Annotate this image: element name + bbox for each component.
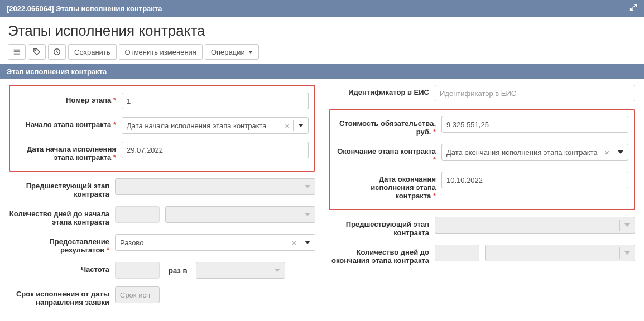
days-end-type-select [485,245,635,261]
svg-point-0 [35,50,36,51]
chevron-down-icon [300,181,310,192]
chevron-down-icon [619,247,630,259]
freq-number-input [115,262,160,279]
clear-icon[interactable]: × [281,121,293,130]
field-exec-start-date: Дата начала исполнения этапа контракта * [16,142,309,162]
required-mark: * [433,192,436,200]
chevron-down-icon [248,51,253,54]
required-mark: * [113,120,116,129]
label-deadline: Срок исполнения от даты направления заяв… [16,290,109,307]
required-mark: * [433,128,436,136]
field-deadline: Срок исполнения от даты направления заяв… [9,286,315,307]
clear-icon[interactable]: × [601,148,613,157]
select-value: Дата окончания исполнения этапа контракт… [446,148,601,157]
deadline-input[interactable] [115,286,160,303]
field-exec-end-date: Дата окончания исполнения этапа контракт… [335,172,628,200]
left-column: Номер этапа * Начало этапа контракта * Д… [9,85,315,314]
chevron-down-icon [619,220,630,231]
contract-end-select[interactable]: Дата окончания исполнения этапа контракт… [441,144,628,160]
field-days-to-end: Количество дней до окончания этапа контр… [329,245,635,265]
left-highlight-group: Номер этапа * Начало этапа контракта * Д… [9,85,315,172]
provision-select[interactable]: Разово × [115,234,315,251]
days-end-number-input [435,245,479,261]
chevron-down-icon [270,265,280,276]
required-mark: * [113,96,116,104]
field-days-to-start: Количество дней до начала этапа контракт… [9,206,315,226]
save-button[interactable]: Сохранить [68,44,117,60]
tag-button[interactable] [28,44,46,60]
label-obligation-cost: Стоимость обязательства, руб. [339,119,436,136]
clock-icon [53,48,61,56]
history-button[interactable] [48,44,66,60]
label-prev-stage-r: Предшествующий этап контракта [346,220,429,237]
toolbar: Сохранить Отменить изменения Операции [8,44,636,60]
label-days-to-end: Количество дней до окончания этапа контр… [331,248,429,265]
exec-start-date-input[interactable] [122,142,309,158]
label-provision: Предоставление результатов [49,237,109,254]
required-mark: * [433,155,436,164]
label-eis-id: Идентификатор в ЕИС [348,88,429,96]
menu-button[interactable] [8,44,26,60]
label-stage-number: Номер этапа [66,96,111,104]
label-exec-start-date: Дата начала исполнения этапа контракта [27,145,116,162]
freq-mid-label: раз в [165,266,190,275]
label-days-to-start: Количество дней до начала этапа контракт… [9,210,109,226]
select-value: Дата начала исполнения этапа контракта [127,121,281,130]
label-contract-start: Начало этапа контракта [26,120,112,129]
cancel-button[interactable]: Отменить изменения [119,44,203,60]
window-header: [2022.066064] Этапы исполнения контракта [0,0,644,17]
page-title: Этапы исполнения контракта [8,22,636,40]
freq-unit-select [196,262,285,279]
form-area: Номер этапа * Начало этапа контракта * Д… [0,79,644,321]
expand-icon[interactable] [629,3,637,13]
field-prev-stage-r: Предшествующий этап контракта [329,217,635,237]
chevron-down-icon [300,209,310,220]
exec-end-date-input[interactable] [441,172,628,188]
right-highlight-group: Стоимость обязательства, руб. * Окончани… [329,109,635,210]
field-stage-number: Номер этапа * [16,93,309,109]
label-contract-end: Окончание этапа контракта [337,147,436,155]
prev-stage-select[interactable] [115,178,315,195]
field-eis-id: Идентификатор в ЕИС [329,85,635,101]
label-prev-stage: Предшествующий этап контракта [26,182,109,198]
days-type-select [165,206,315,223]
stage-number-input[interactable] [122,93,309,109]
field-frequency: Частота раз в [9,262,315,279]
menu-icon [13,48,21,56]
field-contract-start: Начало этапа контракта * Дата начала исп… [16,117,309,134]
prev-stage-r-select[interactable] [435,217,635,234]
section-header: Этап исполнения контракта [0,64,644,79]
obligation-cost-input[interactable] [441,116,628,133]
label-exec-end-date: Дата окончания исполнения этапа контракт… [371,175,436,200]
eis-id-input[interactable] [435,85,635,101]
days-number-input [115,206,160,223]
field-provision: Предоставление результатов * Разово × [9,234,315,254]
required-mark: * [107,246,109,254]
contract-start-select[interactable]: Дата начала исполнения этапа контракта × [122,117,309,134]
chevron-down-icon [300,237,310,248]
chevron-down-icon [613,147,623,158]
clear-icon[interactable]: × [288,238,300,247]
operations-label: Операции [211,48,245,56]
chevron-down-icon [293,120,304,131]
label-frequency: Частота [81,265,109,274]
field-contract-end: Окончание этапа контракта * Дата окончан… [335,144,628,164]
operations-button[interactable]: Операции [205,44,259,60]
window-title: [2022.066064] Этапы исполнения контракта [7,4,162,13]
required-mark: * [113,153,116,162]
tag-icon [33,48,41,56]
right-column: Идентификатор в ЕИС Стоимость обязательс… [329,85,635,314]
field-obligation-cost: Стоимость обязательства, руб. * [335,116,628,136]
field-prev-stage: Предшествующий этап контракта [9,178,315,198]
select-value: Разово [120,239,288,247]
